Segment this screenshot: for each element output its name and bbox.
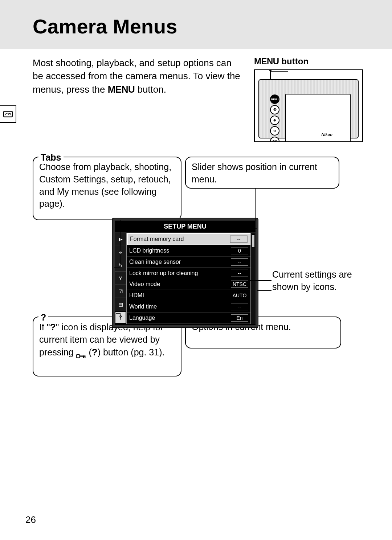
page-number: 26 xyxy=(25,514,36,525)
lcd-tab-icon: ▤ xyxy=(115,298,126,311)
menu-button-label: MENU button xyxy=(254,56,370,67)
lcd-option-row: LCD brightness0 xyxy=(127,245,250,257)
lcd-tab-icon: ● xyxy=(115,246,126,259)
camera-button-stack: MENU⦿⊕⊖OK xyxy=(270,94,279,142)
lcd-tab-icon: ☑ xyxy=(115,285,126,298)
intro-paragraph: Most shooting, playback, and setup optio… xyxy=(33,56,243,96)
lcd-option-row: Format memory card-- xyxy=(127,233,250,245)
lcd-tab-icon: ✎ xyxy=(115,259,126,272)
lcd-tab-icon: ▶ xyxy=(115,233,126,246)
page-title: Camera Menus xyxy=(33,15,370,38)
lcd-option-row: Video modeNTSC xyxy=(127,279,250,290)
svg-rect-4 xyxy=(85,356,86,358)
lcd-setup-menu: SETUP MENU ▶●✎Y☑▤? Format memory card--L… xyxy=(113,218,258,327)
svg-rect-3 xyxy=(83,356,84,358)
callout-tabs: Tabs Choose from playback, shooting, Cus… xyxy=(33,157,181,220)
lcd-option-row: LanguageEn xyxy=(127,313,250,324)
lcd-option-row: World time-- xyxy=(127,301,250,313)
lcd-option-list: Format memory card--LCD brightness0Clean… xyxy=(127,233,250,324)
lcd-option-row: Clean image sensor-- xyxy=(127,257,250,268)
menu-button-icon: MENU xyxy=(270,94,279,104)
svg-rect-2 xyxy=(79,356,85,357)
camera-button-icon: ⊕ xyxy=(270,116,279,125)
camera-button-icon: ⦿ xyxy=(270,105,279,114)
camera-button-icon: ⊖ xyxy=(270,126,279,136)
lcd-tab-icon: Y xyxy=(115,272,126,285)
svg-point-1 xyxy=(76,354,80,358)
lcd-title: SETUP MENU xyxy=(115,221,256,233)
lcd-option-row: HDMIAUTO xyxy=(127,290,250,301)
key-icon xyxy=(76,350,86,356)
callout-current-settings: Current settings are shown by icons. xyxy=(272,269,356,293)
lcd-option-row: Lock mirror up for cleaning-- xyxy=(127,268,250,279)
callout-slider: Slider shows position in current menu. xyxy=(185,157,339,189)
lcd-tab-strip: ▶●✎Y☑▤? xyxy=(115,233,127,324)
camera-button-icon: OK xyxy=(270,137,279,142)
lcd-scrollbar xyxy=(250,233,256,324)
camera-diagram: Nikon MENU⦿⊕⊖OK xyxy=(254,69,363,142)
